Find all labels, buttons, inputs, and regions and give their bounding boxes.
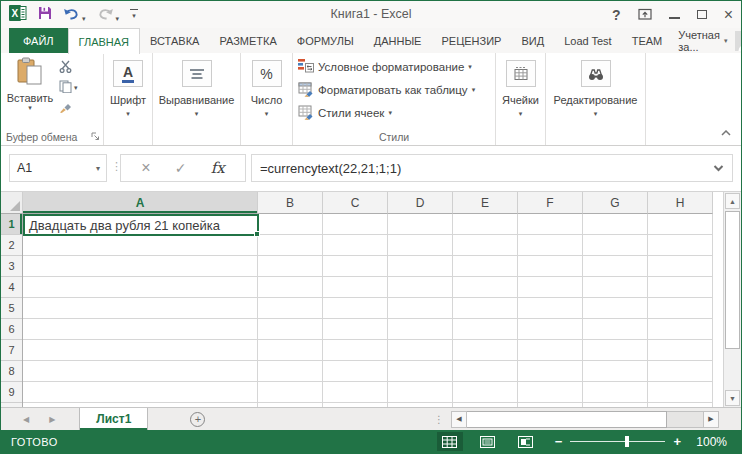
tab-insert[interactable]: ВСТАВКА [140, 28, 209, 53]
tab-home[interactable]: ГЛАВНАЯ [68, 28, 140, 54]
row-header-8[interactable]: 8 [1, 361, 22, 382]
normal-view-button[interactable] [437, 432, 463, 451]
cancel-entry-button[interactable]: × [141, 159, 150, 177]
row-header-7[interactable]: 7 [1, 340, 22, 361]
row-header-3[interactable]: 3 [1, 256, 22, 277]
cell-a1-text: Двадцать два рубля 21 копейка [29, 218, 220, 233]
grid-cells[interactable]: Двадцать два рубля 21 копейка [23, 214, 713, 407]
ribbon: Вставить ▾ ▾ [1, 53, 741, 146]
tab-data[interactable]: ДАННЫЕ [364, 28, 432, 53]
row-header-5[interactable]: 5 [1, 298, 22, 319]
horizontal-scrollbar[interactable]: ◀ ▶ [451, 411, 719, 428]
maximize-button[interactable] [697, 10, 707, 19]
zoom-slider[interactable] [570, 436, 665, 447]
zoom-in-button[interactable]: + [673, 434, 681, 449]
tab-view[interactable]: ВИД [511, 28, 554, 53]
vertical-scrollbar-thumb[interactable] [725, 211, 740, 349]
column-header-f[interactable]: F [518, 192, 583, 214]
format-painter-button[interactable] [57, 99, 80, 117]
scroll-up-button[interactable]: ▲ [725, 193, 740, 209]
column-header-d[interactable]: D [388, 192, 453, 214]
alignment-group-button[interactable]: Выравнивание ▾ [153, 53, 241, 145]
minimize-button[interactable] [669, 17, 680, 19]
tab-load-test[interactable]: Load Test [554, 28, 622, 53]
row-header-2[interactable]: 2 [1, 235, 22, 256]
scroll-left-button[interactable]: ◀ [451, 411, 467, 428]
scroll-right-button[interactable]: ▶ [703, 411, 719, 428]
zoom-out-button[interactable]: − [555, 434, 563, 449]
selected-cell-a1[interactable]: Двадцать два рубля 21 копейка [23, 214, 259, 236]
copy-button[interactable]: ▾ [57, 79, 80, 97]
cell-styles-label: Стили ячеек [318, 107, 384, 119]
scissors-icon [59, 59, 72, 77]
zoom-slider-thumb[interactable] [625, 436, 629, 447]
row-header-6[interactable]: 6 [1, 319, 22, 340]
row-header-9[interactable]: 9 [1, 382, 22, 403]
tab-splitter-handle[interactable]: ⋮ [434, 414, 443, 425]
horizontal-scrollbar-track[interactable] [667, 411, 703, 428]
cut-button[interactable] [57, 59, 80, 77]
user-avatar[interactable] [735, 31, 742, 51]
paste-clipboard-icon [17, 57, 43, 89]
tab-team[interactable]: TEAM [622, 28, 673, 53]
column-header-b[interactable]: B [258, 192, 323, 214]
tab-formulas[interactable]: ФОРМУЛЫ [287, 28, 364, 53]
next-sheet-button[interactable]: ▶ [49, 415, 55, 424]
expand-formula-bar-button[interactable] [713, 165, 732, 172]
conditional-formatting-button[interactable]: Условное форматирование ▾ [298, 56, 491, 78]
editing-group-label: Редактирование [554, 94, 638, 106]
font-group-label: Шрифт [110, 94, 146, 106]
name-box[interactable]: A1 ▾ [9, 154, 107, 182]
name-box-dropdown-icon[interactable]: ▾ [96, 164, 106, 173]
cells-group-button[interactable]: Ячейки ▾ [496, 53, 546, 145]
row-header-4[interactable]: 4 [1, 277, 22, 298]
cells-dropdown-icon: ▾ [519, 110, 523, 118]
column-header-a[interactable]: A [23, 192, 258, 214]
horizontal-scrollbar-thumb[interactable] [467, 411, 667, 428]
status-bar: ГОТОВО − + 100% [1, 430, 741, 453]
redo-button[interactable]: ▾ [97, 6, 120, 24]
save-button[interactable] [38, 6, 52, 24]
paste-button[interactable]: Вставить ▾ [5, 57, 55, 131]
row-header-column: 1 2 3 4 5 6 7 8 9 10 [1, 214, 23, 407]
ribbon-display-options-button[interactable] [638, 6, 652, 24]
collapse-ribbon-button[interactable] [721, 122, 731, 140]
vertical-scrollbar[interactable]: ▲ ▼ [723, 192, 741, 407]
insert-function-button[interactable]: fx [211, 159, 225, 177]
tab-file[interactable]: ФАЙЛ [9, 28, 68, 53]
help-button[interactable]: ? [612, 7, 621, 23]
close-button[interactable]: × [724, 7, 733, 23]
customize-qat-button[interactable]: ▾ [130, 9, 138, 21]
column-header-h[interactable]: H [648, 192, 713, 214]
undo-button[interactable]: ▾ [63, 6, 86, 24]
row-header-1[interactable]: 1 [1, 214, 22, 235]
clipboard-dialog-launcher[interactable] [91, 131, 100, 143]
enter-entry-button[interactable]: ✓ [175, 160, 187, 176]
formula-input[interactable]: =currencytext(22,21;1;1) [251, 154, 733, 182]
account-menu[interactable]: Учетная за... ▾ [672, 28, 733, 53]
cell-styles-button[interactable]: Стили ячеек ▾ [298, 102, 491, 124]
scroll-down-button[interactable]: ▼ [725, 390, 740, 406]
font-group-button[interactable]: А Шрифт ▾ [104, 53, 153, 145]
page-layout-view-button[interactable] [475, 432, 501, 451]
editing-group-button[interactable]: Редактирование ▾ [546, 53, 646, 145]
new-sheet-button[interactable]: + [190, 412, 205, 427]
page-break-view-button[interactable] [513, 432, 539, 451]
redo-dropdown-icon[interactable]: ▾ [116, 14, 120, 24]
undo-dropdown-icon[interactable]: ▾ [82, 14, 86, 24]
fill-handle[interactable] [254, 231, 260, 237]
tab-page-layout[interactable]: РАЗМЕТКА [209, 28, 286, 53]
binoculars-icon [581, 60, 611, 87]
zoom-level[interactable]: 100% [693, 435, 727, 449]
column-header-g[interactable]: G [583, 192, 648, 214]
number-group-button[interactable]: % Число ▾ [241, 53, 293, 145]
tab-review[interactable]: РЕЦЕНЗИР [431, 28, 511, 53]
column-header-e[interactable]: E [453, 192, 518, 214]
column-header-c[interactable]: C [323, 192, 388, 214]
select-all-button[interactable] [1, 192, 23, 214]
conditional-formatting-dropdown-icon: ▾ [468, 63, 472, 71]
font-dropdown-icon: ▾ [126, 110, 130, 118]
previous-sheet-button[interactable]: ◀ [23, 415, 29, 424]
format-as-table-button[interactable]: Форматировать как таблицу ▾ [298, 79, 491, 101]
sheet-tab-list1[interactable]: Лист1 [79, 408, 148, 430]
